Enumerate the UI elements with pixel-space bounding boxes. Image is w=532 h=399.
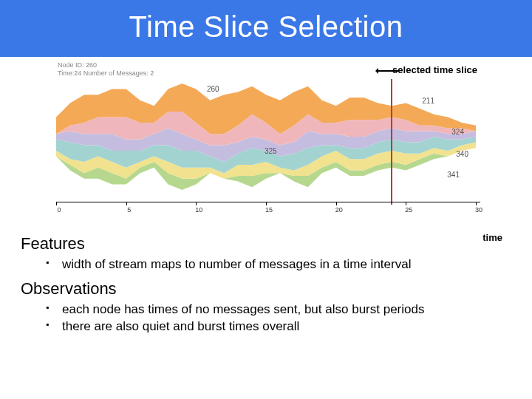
x-tick: 30 <box>476 202 477 205</box>
x-tick: 20 <box>336 202 337 205</box>
x-axis: 051015202530 <box>56 202 480 216</box>
observations-list: each node has times of no messages sent,… <box>46 301 511 335</box>
slide: Time Slice Selection Node ID: 260 Time:2… <box>0 0 532 399</box>
arrow-left-icon <box>377 70 399 72</box>
observation-item: there are also quiet and burst times ove… <box>46 318 511 335</box>
x-axis-line <box>56 202 480 202</box>
series-label-211: 211 <box>422 97 434 105</box>
x-tick-label: 20 <box>332 206 347 214</box>
x-tick-label: 0 <box>52 206 66 214</box>
text-content: Features width of stream maps to number … <box>0 224 532 335</box>
chart-meta: Node ID: 260 Time:24 Number of Messages:… <box>58 61 154 78</box>
slide-title: Time Slice Selection <box>0 0 532 57</box>
x-tick: 15 <box>266 202 267 205</box>
series-label-324: 324 <box>451 128 464 136</box>
x-tick-label: 15 <box>262 206 276 214</box>
observation-item: each node has times of no messages sent,… <box>46 301 511 318</box>
x-tick: 0 <box>56 202 57 205</box>
features-heading: Features <box>21 234 511 253</box>
feature-item: width of stream maps to number of messag… <box>46 256 511 273</box>
series-label-325: 325 <box>265 147 277 155</box>
x-axis-label: time <box>482 232 502 243</box>
x-tick-label: 10 <box>191 206 206 214</box>
stream-chart: Node ID: 260 Time:24 Number of Messages:… <box>52 61 480 224</box>
x-tick-label: 25 <box>401 206 416 214</box>
series-label-341: 341 <box>447 171 460 179</box>
x-tick: 5 <box>126 202 127 205</box>
meta-node: Node ID: 260 <box>58 61 154 69</box>
stream-svg <box>56 78 476 196</box>
series-label-260: 260 <box>207 85 219 93</box>
selected-time-indicator <box>391 79 392 205</box>
observations-heading: Observations <box>21 279 511 299</box>
x-tick-label: 5 <box>122 206 137 214</box>
x-tick: 25 <box>406 202 406 205</box>
x-tick-label: 30 <box>471 206 486 214</box>
features-list: width of stream maps to number of messag… <box>46 256 511 273</box>
series-label-340: 340 <box>456 150 468 158</box>
meta-time: Time:24 Number of Messages: 2 <box>58 69 154 78</box>
x-tick: 10 <box>196 202 197 205</box>
selected-slice-label: selected time slice <box>392 64 477 75</box>
